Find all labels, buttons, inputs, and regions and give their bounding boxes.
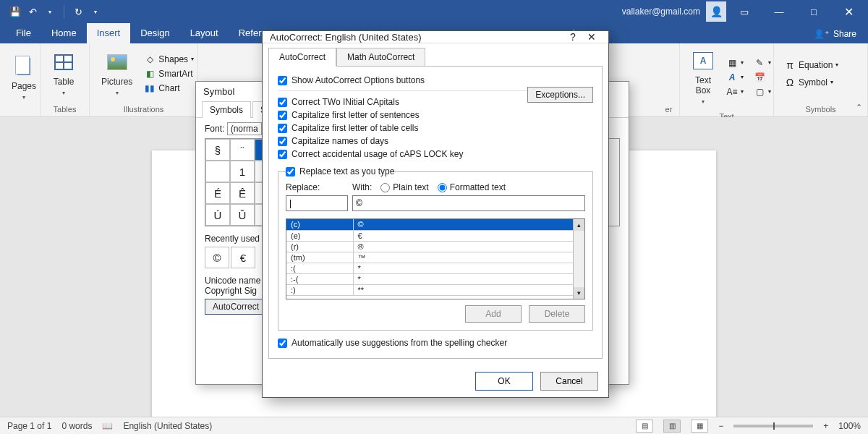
collapse-ribbon-icon[interactable]: ⌃ (856, 103, 862, 112)
ribbon-display-icon[interactable]: ▭ (728, 0, 761, 23)
language-indicator[interactable]: English (United States) (123, 421, 212, 431)
read-mode-icon[interactable]: ▤ (636, 420, 653, 433)
redo-icon[interactable]: ↻ (72, 5, 85, 18)
close-dialog-icon[interactable]: ✕ (582, 31, 601, 43)
tab-math-autocorrect[interactable]: Math AutoCorrect (336, 48, 425, 67)
page-indicator[interactable]: Page 1 of 1 (7, 421, 51, 431)
symbol-cell[interactable]: É (205, 182, 230, 204)
chart-button[interactable]: ▮▮Chart (141, 82, 197, 95)
plain-radio[interactable] (380, 183, 390, 192)
dropcap-button[interactable]: A≡▾ (723, 85, 746, 98)
list-item: :-(* (286, 273, 584, 284)
signature-button[interactable]: ✎▾ (751, 56, 774, 69)
autocorrect-dialog: AutoCorrect: English (United States) ? ✕… (262, 30, 609, 398)
equation-button[interactable]: πEquation▾ (781, 59, 841, 72)
with-input[interactable] (352, 195, 585, 211)
tab-insert[interactable]: Insert (87, 23, 131, 43)
formatted-label: Formatted text (450, 182, 506, 192)
pictures-button[interactable]: Pictures▾ (97, 49, 137, 98)
font-select[interactable]: (norma (227, 122, 262, 135)
replace-list[interactable]: (c)© (e)€ (r)® (tm)™ :(* :-(* :)** ▴▾ (286, 218, 585, 299)
chart-icon: ▮▮ (144, 82, 156, 94)
replace-input[interactable] (286, 195, 348, 211)
symbol-cell[interactable]: 1 (230, 161, 255, 182)
correct-two-caps-checkbox[interactable] (278, 98, 287, 107)
scroll-down-icon[interactable]: ▾ (574, 287, 584, 299)
quickparts-button[interactable]: ▦▾ (723, 56, 746, 69)
zoom-slider[interactable] (733, 425, 813, 427)
dialog-title: AutoCorrect: English (United States) (270, 32, 422, 43)
undo-icon[interactable]: ↶ (26, 5, 39, 18)
scroll-up-icon[interactable]: ▴ (574, 219, 584, 231)
textbox-button[interactable]: A Text Box▾ (687, 48, 719, 106)
tab-design[interactable]: Design (130, 23, 179, 43)
zoom-in-icon[interactable]: + (823, 421, 828, 431)
symbol-tab-symbols[interactable]: Symbols (202, 101, 251, 118)
titlebar: 💾 ↶ ▾ ↻ ▾ vallaker@gmail.com 👤 ▭ — □ ✕ (0, 0, 868, 23)
capslock-label: Correct accidental usage of cAPS LOCK ke… (292, 149, 463, 159)
add-button[interactable]: Add (465, 305, 522, 323)
font-label: Font: (205, 124, 224, 134)
scrollbar[interactable]: ▴▾ (573, 219, 584, 299)
print-layout-icon[interactable]: ▥ (663, 420, 681, 433)
date-icon: 📅 (754, 72, 765, 83)
symbol-cell[interactable]: Û (230, 204, 255, 226)
datetime-button[interactable]: 📅 (751, 71, 774, 84)
tab-autocorrect[interactable]: AutoCorrect (268, 48, 336, 67)
shapes-button[interactable]: ◇Shapes▾ (141, 53, 197, 66)
pages-icon (17, 58, 30, 75)
symbol-cell[interactable]: ¨ (230, 139, 255, 161)
help-icon[interactable]: ? (563, 31, 582, 43)
web-layout-icon[interactable]: ▦ (691, 420, 708, 433)
table-button[interactable]: Table▾ (48, 49, 80, 98)
autocorrect-button[interactable]: AutoCorrect (205, 299, 267, 315)
symbol-cell[interactable]: § (205, 139, 230, 161)
minimize-icon[interactable]: — (762, 0, 796, 23)
replace-checkbox[interactable] (286, 167, 295, 176)
show-options-checkbox[interactable] (278, 76, 287, 85)
ok-button[interactable]: OK (475, 372, 533, 391)
capslock-checkbox[interactable] (278, 150, 287, 159)
list-item: (c)© (286, 219, 584, 230)
quickparts-icon: ▦ (726, 57, 738, 69)
wordart-button[interactable]: A▾ (723, 71, 746, 84)
exceptions-button[interactable]: Exceptions... (527, 87, 593, 103)
auto-suggest-checkbox[interactable] (278, 339, 287, 348)
zoom-level[interactable]: 100% (838, 421, 861, 431)
tab-home[interactable]: Home (41, 23, 87, 43)
formatted-radio[interactable] (438, 183, 447, 192)
tab-file[interactable]: File (6, 23, 41, 43)
symbol-cell[interactable]: Ú (205, 204, 230, 226)
quick-access-toolbar: 💾 ↶ ▾ ↻ ▾ (0, 5, 111, 18)
tab-layout[interactable]: Layout (180, 23, 229, 43)
close-icon[interactable]: ✕ (832, 0, 865, 23)
cap-days-checkbox[interactable] (278, 137, 287, 146)
pages-button[interactable]: Pages▾ (7, 54, 41, 102)
word-count[interactable]: 0 words (61, 421, 92, 431)
user-avatar-icon[interactable]: 👤 (706, 1, 726, 22)
cancel-button[interactable]: Cancel (540, 372, 598, 391)
recent-symbol[interactable]: © (205, 247, 229, 268)
correct-two-caps-label: Correct TWo INitial CApitals (292, 97, 399, 107)
list-item: (r)® (286, 241, 584, 252)
symbol-button[interactable]: ΩSymbol▾ (781, 76, 841, 89)
textbox-icon: A (693, 52, 713, 69)
save-icon[interactable]: 💾 (9, 5, 22, 18)
zoom-out-icon[interactable]: − (718, 421, 723, 431)
maximize-icon[interactable]: □ (797, 0, 830, 23)
proofing-icon[interactable]: 📖 (102, 421, 113, 431)
delete-button[interactable]: Delete (529, 305, 585, 323)
share-button[interactable]: 👤⁺ Share (802, 25, 868, 43)
undo-caret-icon[interactable]: ▾ (43, 5, 56, 18)
qat-caret-icon[interactable]: ▾ (89, 5, 102, 18)
cap-sentences-checkbox[interactable] (278, 111, 287, 120)
cap-cells-checkbox[interactable] (278, 124, 287, 133)
symbol-cell[interactable] (205, 161, 230, 182)
smartart-button[interactable]: ◧SmartArt (141, 67, 197, 80)
recent-symbol[interactable]: € (231, 247, 255, 268)
symbol-icon: Ω (784, 77, 796, 88)
list-item: (tm)™ (286, 252, 584, 263)
table-icon (54, 54, 73, 70)
symbol-cell[interactable]: Ê (230, 182, 255, 204)
object-button[interactable]: ▢▾ (751, 85, 774, 98)
